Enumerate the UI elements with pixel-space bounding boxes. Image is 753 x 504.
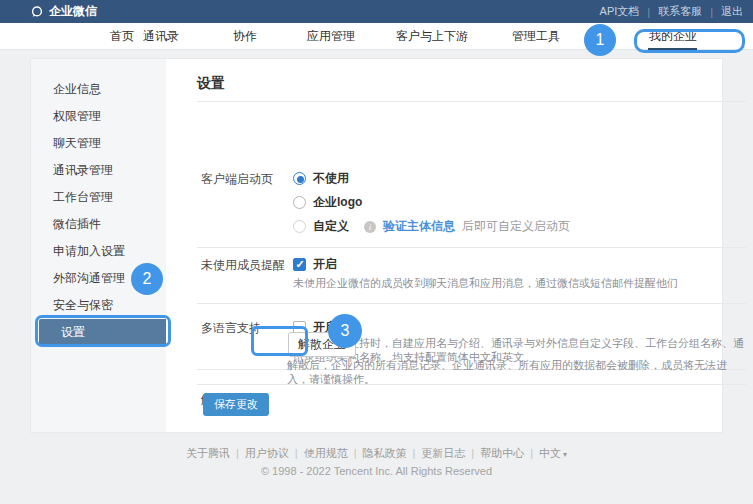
footer-link-help[interactable]: 帮助中心 xyxy=(480,447,524,459)
radio-label: 自定义 xyxy=(313,218,349,235)
info-icon: i xyxy=(364,221,376,233)
radio-selected-icon[interactable] xyxy=(293,172,306,185)
footer-link-agreement[interactable]: 用户协议 xyxy=(245,447,289,459)
dissolve-desc: 解散后，企业内的所有消息记录、企业通讯录、所有应用的数据都会被删除，成员将无法进… xyxy=(287,358,727,386)
radio-disabled-icon xyxy=(293,220,306,233)
sidebar-item-permissions[interactable]: 权限管理 xyxy=(31,103,166,130)
separator xyxy=(412,447,415,459)
separator xyxy=(710,6,713,18)
hint-text: 后即可自定义启动页 xyxy=(462,218,570,235)
topbar: 企业微信 API文档 联系客服 退出 xyxy=(0,0,753,23)
footer-link-privacy[interactable]: 隐私政策 xyxy=(362,447,406,459)
reminder-desc: 未使用企业微信的成员收到聊天消息和应用消息，通过微信或短信邮件提醒他们 xyxy=(293,276,723,290)
wework-logo-icon xyxy=(30,5,44,19)
launch-page-label: 客户端启动页 xyxy=(201,171,273,188)
language-selector[interactable]: 中文▾ xyxy=(539,447,567,459)
annotation-box-dissolve xyxy=(251,326,308,356)
annotation-step-3-badge: 3 xyxy=(328,314,362,348)
tab-admin-tools[interactable]: 管理工具 xyxy=(512,23,560,50)
footer-links: 关于腾讯用户协议使用规范隐私政策更新日志帮助中心中文▾ xyxy=(0,446,753,461)
sidebar-item-workbench[interactable]: 工作台管理 xyxy=(31,184,166,211)
separator xyxy=(530,447,533,459)
reminder-toggle[interactable]: 开启 xyxy=(293,256,337,273)
radio-option-custom[interactable]: 自定义 i 验证主体信息 后即可自定义启动页 xyxy=(293,218,570,235)
annotation-step-1-badge: 1 xyxy=(584,24,616,56)
radio-label: 不使用 xyxy=(313,170,349,187)
divider xyxy=(197,101,746,102)
sidebar-item-company-info[interactable]: 企业信息 xyxy=(31,76,166,103)
reminder-label: 未使用成员提醒 xyxy=(201,257,285,274)
radio-option-company-logo[interactable]: 企业logo xyxy=(293,194,362,211)
sidebar: 企业信息 权限管理 聊天管理 通讯录管理 工作台管理 微信插件 申请加入设置 外… xyxy=(31,59,166,432)
sidebar-item-wechat-plugin[interactable]: 微信插件 xyxy=(31,211,166,238)
divider xyxy=(197,303,746,304)
sidebar-item-join-settings[interactable]: 申请加入设置 xyxy=(31,238,166,265)
separator xyxy=(295,447,298,459)
separator xyxy=(471,447,474,459)
brand: 企业微信 xyxy=(30,3,97,20)
logout-link[interactable]: 退出 xyxy=(719,4,745,19)
divider xyxy=(197,384,746,385)
footer: 关于腾讯用户协议使用规范隐私政策更新日志帮助中心中文▾ © 1998 - 202… xyxy=(0,433,753,477)
footer-link-about[interactable]: 关于腾讯 xyxy=(186,447,230,459)
topbar-links: API文档 联系客服 退出 xyxy=(598,4,745,19)
tab-home[interactable]: 首页 xyxy=(110,23,134,50)
radio-unselected-icon[interactable] xyxy=(293,196,306,209)
tab-contacts[interactable]: 通讯录 xyxy=(143,23,179,50)
api-docs-link[interactable]: API文档 xyxy=(598,4,642,19)
footer-link-rules[interactable]: 使用规范 xyxy=(304,447,348,459)
radio-label: 企业logo xyxy=(313,194,362,211)
sidebar-item-contacts-management[interactable]: 通讯录管理 xyxy=(31,157,166,184)
annotation-step-2-badge: 2 xyxy=(131,263,163,295)
brand-name: 企业微信 xyxy=(49,3,97,20)
annotation-box-my-company xyxy=(634,29,745,53)
footer-link-changelog[interactable]: 更新日志 xyxy=(421,447,465,459)
radio-option-no-launch[interactable]: 不使用 xyxy=(293,170,349,187)
checkbox-checked-icon[interactable] xyxy=(293,258,306,271)
annotation-box-settings xyxy=(35,315,171,347)
page-title: 设置 xyxy=(197,75,225,93)
contact-support-link[interactable]: 联系客服 xyxy=(656,4,704,19)
divider xyxy=(197,247,746,248)
settings-panel: 设置 客户端启动页 不使用 企业logo 自定义 i 验证主体信息 后即可自定义… xyxy=(166,59,722,432)
caret-down-icon: ▾ xyxy=(563,450,567,459)
verify-entity-link[interactable]: 验证主体信息 xyxy=(383,218,455,235)
sidebar-item-chat-management[interactable]: 聊天管理 xyxy=(31,130,166,157)
copyright: © 1998 - 2022 Tencent Inc. All Rights Re… xyxy=(0,465,753,477)
checkbox-label: 开启 xyxy=(313,256,337,273)
separator xyxy=(647,6,650,18)
tab-app-management[interactable]: 应用管理 xyxy=(307,23,355,50)
separator xyxy=(354,447,357,459)
content-card: 企业信息 权限管理 聊天管理 通讯录管理 工作台管理 微信插件 申请加入设置 外… xyxy=(30,58,723,433)
save-changes-button[interactable]: 保存更改 xyxy=(203,393,269,416)
tab-customers[interactable]: 客户与上下游 xyxy=(396,23,468,50)
tab-collaboration[interactable]: 协作 xyxy=(233,23,257,50)
separator xyxy=(236,447,239,459)
